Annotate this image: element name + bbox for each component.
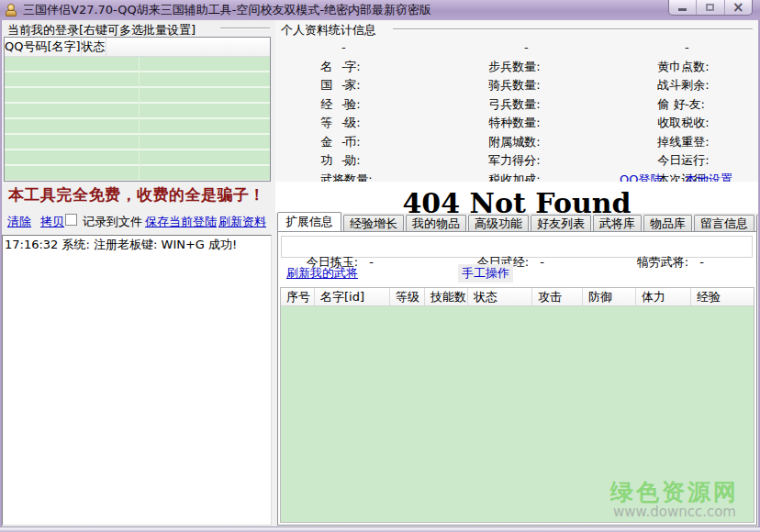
http-404-heading: 404 Not Found [275,187,758,213]
stat-value: - [685,39,689,58]
copy-link[interactable]: 拷贝 [40,214,64,230]
close-icon [732,1,744,15]
stat-row: 步兵数量: - [451,39,598,58]
summary-value: - [369,255,374,269]
generals-column-header[interactable]: 状态 [468,288,532,305]
window-border-left [0,20,2,532]
stat-row: 军力得分: - [451,133,598,152]
minimize-icon [678,8,687,11]
stat-value: - [685,151,689,171]
stat-value: - [341,58,346,77]
stat-row: 本次运行: - [620,151,757,171]
app-window: 三国伴侣V27.70-QQ胡来三国辅助工具-空间校友双模式-绝密内部最新窃密版 … [0,0,760,532]
stats-panel: 个人资料统计信息 名 字: - 国 家: - 经 验: - [275,20,758,213]
generals-column-header[interactable]: 防御 [583,288,636,305]
generals-column-header[interactable]: 经验 [691,288,754,305]
stat-row: 黄巾点数: - [620,39,757,58]
stat-value: - [524,133,529,152]
tab[interactable]: 好友列表 [531,215,591,231]
tab[interactable]: 留言信息 [694,215,754,231]
manual-operation-link[interactable]: 手工操作 [458,264,513,283]
stat-row: 战斗剩余: - [620,58,757,77]
generals-column-header[interactable]: 攻击 [532,288,583,305]
stat-row: 特种数量: - [451,95,598,115]
stats-column-2: 步兵数量: - 骑兵数量: - 弓兵数量: - 特种数量: - [451,39,598,189]
stat-row: 名 字: - [283,39,420,58]
stat-row: 弓兵数量: - [451,76,598,95]
stat-row: 经 验: - [283,76,420,95]
tab[interactable]: 高级功能 [468,215,529,231]
tab[interactable]: 我的物品 [406,215,466,231]
watermark: 绿色资源网 www.downcc.com [610,481,739,520]
stat-value: - [685,114,689,133]
tab[interactable]: 经验增长 [343,215,404,231]
tab[interactable]: 扩展信息 [277,212,341,231]
generals-table-header: 序号名字[id]等级技能数状态攻击防御体力经验 [281,288,754,306]
stat-value: - [341,39,346,58]
generals-column-header[interactable]: 体力 [636,288,691,305]
stat-row: 税收加成: - [451,151,598,171]
login-column-header[interactable]: QQ号码[名字] [5,38,82,56]
stat-row: 附属城数: - [451,114,598,133]
log-to-file-label[interactable]: 记录到文件 [83,214,142,230]
column-divider [139,57,140,181]
login-list[interactable]: QQ号码[名字]状态 [4,37,271,182]
stat-value: - [341,151,346,171]
stat-row: 等 级: - [283,95,420,115]
stats-column-3: 黄巾点数: - 战斗剩余: - 偷 好 友: - 收取税收: - [620,39,757,171]
stat-value: - [685,95,689,115]
stat-value: - [341,95,346,115]
groupbox-line [220,28,270,29]
stat-value: - [524,76,529,95]
log-to-file-checkbox[interactable] [65,214,77,226]
left-toolbar: 清除 拷贝 记录到文件 保存当前登陆 刷新资料 [0,214,274,230]
refresh-generals-link[interactable]: 刷新我的武将 [286,265,358,282]
summary-item: 犒劳武将:- [614,232,704,252]
stat-row: 掉线重登: - [620,114,757,133]
maximize-icon [706,4,714,11]
summary-value: - [699,255,704,269]
stat-value: - [685,133,689,152]
generals-column-header[interactable]: 名字[id] [315,288,390,305]
groupbox-line [393,28,753,30]
save-current-login-link[interactable]: 保存当前登陆 [145,214,217,230]
window-controls [668,0,753,16]
tab[interactable]: 武将库 [593,215,642,231]
login-list-body[interactable] [5,57,270,181]
refresh-profile-link[interactable]: 刷新资料 [218,214,266,230]
summary-label: 犒劳武将: [637,255,688,269]
extension-tab-panel: 今日拣玉:- 今日武经:- 犒劳武将:- 刷新我的武将 手工操作 序号名字[id… [277,231,757,526]
stat-value: - [524,58,529,77]
summary-value: - [540,255,544,269]
generals-column-header[interactable]: 等级 [390,288,425,305]
log-entry: 17:16:32 系统: 注册老板键: WIN+G 成功! [5,237,269,253]
stat-value: - [524,39,529,58]
generals-table-body[interactable]: 绿色资源网 www.downcc.com [281,306,754,522]
stat-value: - [524,151,529,171]
right-tabbar: 扩展信息经验增长我的物品高级功能好友列表武将库物品库留言信息掉线重登 [277,213,758,231]
stat-row: 金 币: - [283,114,420,133]
stat-value: - [341,76,346,95]
clear-link[interactable]: 清除 [7,214,31,230]
stat-value: - [341,133,346,152]
stat-row: 功 勋: - [283,133,420,152]
close-button[interactable] [725,0,752,15]
system-log-area[interactable]: 17:16:32 系统: 注册老板键: WIN+G 成功! [2,235,272,526]
free-warning-banner: 本工具完全免费，收费的全是骗子！ [3,184,271,205]
stat-row: 武将数量: - [283,151,420,171]
login-list-header: QQ号码[名字]状态 [5,38,270,57]
window-border-bottom [0,526,760,532]
tab[interactable]: 物品库 [643,215,692,231]
stats-group-title: 个人资料统计信息 [281,22,376,39]
stat-value: - [524,114,529,133]
maximize-button[interactable] [697,0,724,15]
generals-column-header[interactable]: 序号 [281,288,315,305]
stat-value: - [341,114,346,133]
login-column-header[interactable]: 状态 [82,38,106,56]
generals-column-header[interactable]: 技能数 [425,288,468,305]
stat-row: 国 家: - [283,58,420,77]
summary-item: 今日武经:- [454,232,544,252]
stat-value: - [685,58,689,77]
minimize-button[interactable] [669,0,697,15]
stat-row: 收取税收: - [620,95,757,115]
